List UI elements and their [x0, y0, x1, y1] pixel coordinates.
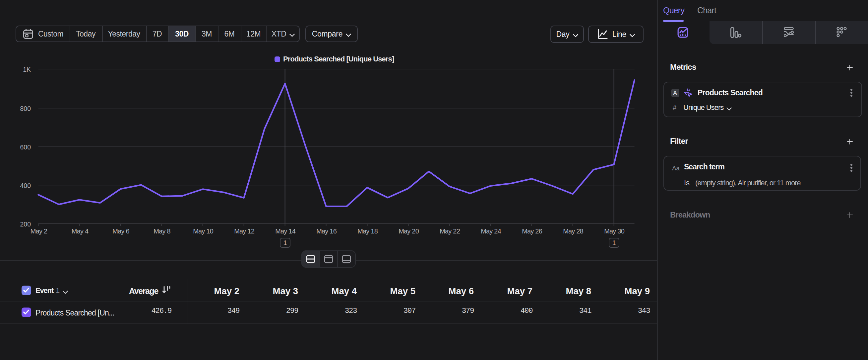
svg-text:May 4: May 4	[72, 227, 89, 235]
svg-text:May 18: May 18	[358, 227, 378, 235]
svg-text:May 24: May 24	[481, 227, 501, 235]
svg-text:May 22: May 22	[440, 227, 460, 235]
svg-text:May 8: May 8	[154, 227, 170, 235]
svg-text:May 16: May 16	[316, 227, 337, 235]
svg-text:May 6: May 6	[113, 227, 129, 235]
svg-text:May 30: May 30	[604, 227, 624, 235]
svg-text:800: 800	[20, 105, 31, 112]
svg-text:400: 400	[20, 182, 31, 189]
svg-text:600: 600	[20, 143, 31, 151]
svg-text:200: 200	[20, 221, 31, 228]
svg-text:May 2: May 2	[31, 227, 48, 235]
svg-text:May 14: May 14	[275, 227, 296, 235]
svg-text:May 26: May 26	[522, 227, 542, 235]
svg-text:1K: 1K	[23, 66, 31, 73]
svg-text:May 28: May 28	[563, 227, 583, 235]
svg-text:May 12: May 12	[234, 227, 254, 235]
svg-text:May 20: May 20	[399, 227, 419, 235]
svg-text:May 10: May 10	[193, 227, 213, 235]
